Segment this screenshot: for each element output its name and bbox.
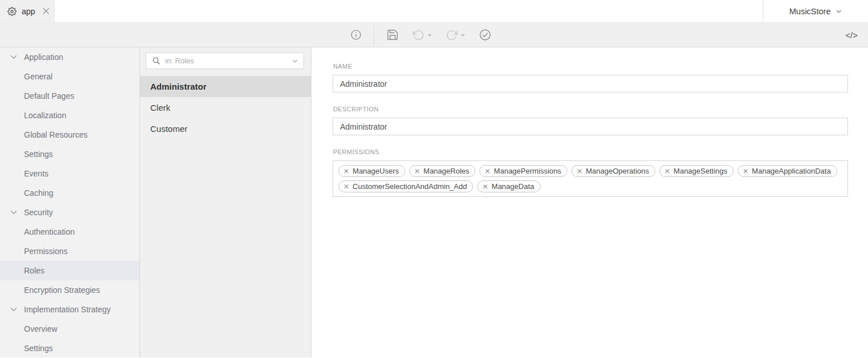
permission-tag-label: ManageUsers [353, 167, 399, 175]
tree-item-label: Default Pages [24, 91, 74, 100]
tab-bar: app MusicStore [0, 0, 868, 23]
tree-item[interactable]: Global Resources [0, 125, 139, 144]
description-input[interactable] [333, 118, 848, 135]
tree-item[interactable]: Overview [0, 319, 139, 339]
permission-tag-label: ManageSettings [674, 167, 727, 175]
save-button[interactable] [379, 23, 406, 47]
remove-tag-icon[interactable]: ✕ [482, 183, 488, 190]
permission-tag-label: ManageData [491, 182, 534, 191]
remove-tag-icon[interactable]: ✕ [665, 168, 670, 175]
remove-tag-icon[interactable]: ✕ [577, 168, 582, 175]
description-label: DESCRIPTION [333, 106, 848, 112]
project-selector[interactable]: MusicStore [763, 0, 868, 22]
permission-tag[interactable]: ✕ ManageApplicationData [738, 165, 837, 177]
tree-item-label: Roles [24, 266, 45, 275]
search-icon [152, 57, 161, 65]
tree-item[interactable]: General [0, 67, 139, 86]
permissions-label: PERMISSIONS [333, 148, 848, 155]
validate-button[interactable] [472, 23, 498, 47]
tree-item-label: Authentication [24, 227, 75, 236]
tree-item[interactable]: Caching [0, 183, 139, 203]
permission-tag-label: CustomerSelectionAndAdmin_Add [353, 182, 467, 191]
tree-item-label: Events [24, 169, 49, 178]
permissions-tags-box[interactable]: ✕ ManageUsers ✕ ManageRoles ✕ ManagePerm… [333, 160, 848, 197]
tree-item-label: Global Resources [24, 130, 87, 139]
tree-item[interactable]: Settings [0, 144, 139, 164]
tree-item[interactable]: Security [0, 203, 139, 222]
tree-item[interactable]: Events [0, 164, 139, 183]
undo-icon [413, 29, 425, 41]
tree-item-label: General [24, 72, 53, 81]
info-icon [350, 29, 362, 41]
name-field-group: NAME [333, 63, 848, 92]
tree-item[interactable]: Localization [0, 106, 139, 125]
name-label: NAME [333, 63, 848, 70]
tree-item-label: Permissions [24, 247, 67, 256]
remove-tag-icon[interactable]: ✕ [343, 183, 349, 190]
search-scope-chevron-icon[interactable] [291, 58, 298, 65]
role-list-item[interactable]: Clerk [140, 97, 311, 118]
permission-tag[interactable]: ✕ ManageOperations [571, 165, 655, 177]
info-button[interactable] [343, 23, 369, 47]
tree-item-label: Settings [24, 150, 53, 159]
undo-dropdown-caret [427, 34, 432, 37]
tree-item[interactable]: Implementation Strategy [0, 300, 139, 319]
tree-item-label: Security [24, 208, 53, 217]
permission-tag[interactable]: ✕ CustomerSelectionAndAdmin_Add [338, 180, 473, 192]
role-list-item[interactable]: Customer [140, 118, 311, 139]
remove-tag-icon[interactable]: ✕ [414, 168, 420, 175]
permission-tag-label: ManageOperations [586, 167, 649, 175]
gear-icon [7, 7, 17, 16]
chevron-down-icon [10, 208, 18, 216]
tab-label: app [22, 7, 38, 16]
role-list-item-label: Administrator [150, 82, 206, 91]
navigation-sidebar: Application General Default Pages [0, 47, 140, 357]
tree-item[interactable]: Permissions [0, 242, 139, 261]
remove-tag-icon[interactable]: ✕ [343, 168, 349, 175]
tree-item[interactable]: Encryption Strategies [0, 280, 139, 300]
close-icon[interactable] [43, 8, 49, 14]
permission-tag[interactable]: ✕ ManageSettings [659, 165, 734, 177]
tree-item[interactable]: Settings [0, 339, 139, 357]
remove-tag-icon[interactable]: ✕ [743, 168, 749, 175]
search-box [146, 53, 304, 69]
tree-item[interactable]: Roles [0, 261, 139, 280]
tree-item[interactable]: Application [0, 47, 139, 67]
name-input[interactable] [333, 75, 848, 92]
tree-item[interactable]: Default Pages [0, 86, 139, 106]
tree-item-label: Implementation Strategy [24, 305, 111, 314]
chevron-down-icon [10, 53, 18, 61]
permission-tag-label: ManageRoles [423, 167, 469, 175]
items-list-panel: Administrator Clerk Customer [140, 47, 311, 357]
tab-app[interactable]: app [0, 0, 55, 22]
permission-tag-label: ManagePermissions [494, 167, 561, 175]
check-circle-icon [479, 29, 491, 41]
project-name: MusicStore [789, 7, 831, 16]
tree-item-label: Settings [24, 344, 53, 353]
tree-item-label: Encryption Strategies [24, 285, 100, 295]
permission-tag[interactable]: ✕ ManagePermissions [479, 165, 567, 177]
redo-button[interactable] [439, 23, 472, 47]
toolbar: </> [0, 23, 868, 47]
permission-tag[interactable]: ✕ ManageData [477, 180, 541, 192]
tree-item-label: Overview [24, 324, 57, 333]
role-list-item[interactable]: Administrator [140, 76, 311, 97]
toolbar-divider [374, 25, 374, 45]
content-area: Application General Default Pages [0, 47, 868, 357]
permission-tag[interactable]: ✕ ManageUsers [338, 165, 405, 177]
permission-tag-label: ManageApplicationData [752, 167, 831, 175]
chevron-down-icon [10, 305, 18, 313]
tree-item[interactable]: Authentication [0, 222, 139, 242]
permission-tag[interactable]: ✕ ManageRoles [409, 165, 475, 177]
description-field-group: DESCRIPTION [333, 106, 848, 135]
chevron-down-icon [835, 8, 842, 15]
search-input[interactable] [165, 57, 287, 65]
role-detail-form: NAME DESCRIPTION PERMISSIONS ✕ ManageUse… [311, 47, 868, 357]
remove-tag-icon[interactable]: ✕ [485, 168, 490, 175]
save-icon [386, 29, 399, 41]
role-list-item-label: Clerk [150, 103, 170, 112]
undo-button[interactable] [406, 23, 439, 47]
tree-item-label: Application [24, 53, 63, 62]
permissions-field-group: PERMISSIONS ✕ ManageUsers ✕ ManageRoles … [333, 148, 848, 197]
code-view-button[interactable]: </> [841, 23, 862, 47]
